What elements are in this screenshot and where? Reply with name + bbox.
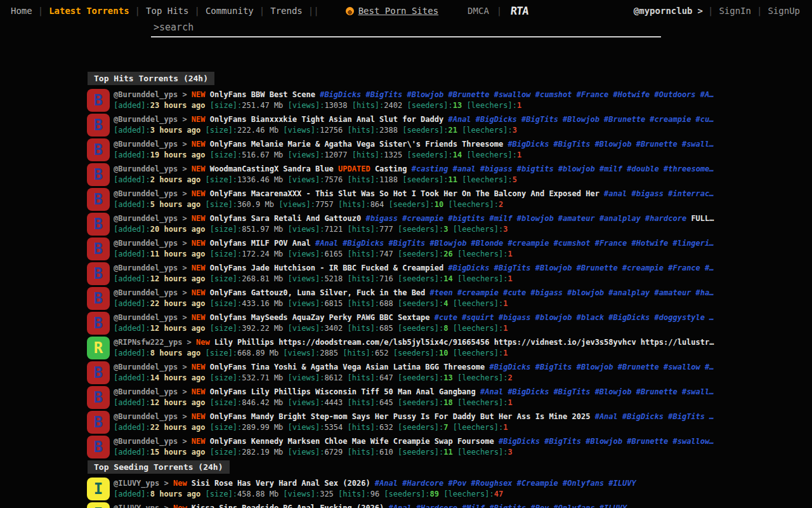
torrent-title[interactable]: OnlyFans Lily Phillips Wisconsin Tiff 50…: [210, 387, 476, 396]
username-link[interactable]: @Burunddel_yps: [114, 363, 178, 371]
torrent-row[interactable]: B@Burunddel_yps > NEW OnlyFans MacarenaX…: [87, 188, 812, 211]
hashtag-links[interactable]: #BigDicks #BigTits #Blowjob #Brunette #c…: [448, 264, 714, 272]
account-menu[interactable]: @mypornclub: [634, 6, 693, 16]
stat-value-seeders: 3: [443, 225, 448, 234]
torrent-title[interactable]: OnlyFans Melanie Marie & Agatha Vega Sis…: [210, 140, 503, 149]
nav-item-community[interactable]: Community: [200, 6, 259, 16]
search-input[interactable]: [151, 20, 661, 37]
torrent-title[interactable]: Sisi Rose Has Very Hard Anal Sex (2026): [192, 479, 370, 488]
stat-value-leechers: 1: [503, 299, 508, 308]
username-link[interactable]: @Burunddel_yps: [114, 90, 178, 99]
username-link[interactable]: @ILUVY_yps: [114, 479, 159, 488]
torrent-title[interactable]: OnlyFans BBW Best Scene: [210, 90, 315, 99]
nav-item-top-hits[interactable]: Top Hits: [140, 6, 194, 16]
username-link[interactable]: @Burunddel_yps: [114, 387, 178, 396]
hashtag-links[interactable]: #teen #creampie #cute #bigass #blowjob #…: [430, 288, 714, 297]
user-avatar[interactable]: B: [87, 436, 110, 458]
torrent-title[interactable]: WoodmanCastingX Sandra Blue: [210, 164, 334, 173]
torrent-title[interactable]: OnlyFans Jade Hutchison - IR BBC Fucked …: [210, 264, 443, 272]
torrent-title[interactable]: OnlyFans Gattouz0, Luna Silver, Fuck in …: [210, 288, 426, 297]
user-avatar[interactable]: I: [87, 478, 110, 500]
hashtag-links[interactable]: #Anal #BigDicks #BigTits #Blowjob #Brune…: [480, 387, 714, 396]
username-link[interactable]: @ILUVY_yps: [114, 504, 159, 508]
torrent-row[interactable]: B@Burunddel_yps > NEW OnlyFans Bianxxxki…: [87, 114, 812, 137]
hashtag-links[interactable]: #Anal #BigDicks #BigTits #Blowjob #Brune…: [448, 115, 714, 124]
user-avatar[interactable]: B: [87, 262, 110, 285]
user-avatar[interactable]: B: [87, 213, 110, 236]
user-avatar[interactable]: B: [87, 237, 110, 260]
user-avatar[interactable]: B: [87, 287, 110, 310]
torrent-title[interactable]: OnlyFans Kennedy Marksen Chloe Mae Wife …: [210, 437, 494, 446]
user-avatar[interactable]: B: [87, 188, 110, 211]
hashtag-links[interactable]: #BigDicks #BigTits #Blowjob #Brunette #s…: [320, 90, 714, 99]
torrent-title[interactable]: Casting: [375, 164, 407, 173]
username-link[interactable]: @Burunddel_yps: [114, 115, 178, 124]
stat-value-hits: 777: [379, 225, 393, 234]
torrent-row[interactable]: B@Burunddel_yps > NEW Onlyfans MILF POV …: [87, 237, 812, 260]
torrent-row[interactable]: R@RIPNsfw222_yps > New Lily Phillips htt…: [87, 337, 812, 359]
nav-item-latest-torrents[interactable]: Latest Torrents: [43, 6, 134, 16]
torrent-row[interactable]: B@Burunddel_yps > NEW OnlyFans Lily Phil…: [87, 386, 812, 409]
torrent-row[interactable]: B@Burunddel_yps > NEW OnlyFans Mandy Bri…: [87, 411, 812, 434]
signin-link[interactable]: SignIn: [713, 6, 757, 16]
torrent-title[interactable]: Onlyfans MaySeeds AquaZay Perky PAWG BBC…: [210, 313, 430, 322]
torrent-title[interactable]: OnlyFans Bianxxxkie Tight Asian Anal Slu…: [210, 115, 443, 124]
username-link[interactable]: @Burunddel_yps: [114, 189, 178, 198]
user-avatar[interactable]: B: [87, 138, 110, 161]
torrent-title[interactable]: Lily Phillips https://doodstream.com/e/l…: [214, 338, 714, 347]
hashtag-links[interactable]: #casting #anal #bigass #bigtits #blowjob…: [412, 164, 714, 173]
username-link[interactable]: @Burunddel_yps: [114, 214, 178, 223]
hashtag-links[interactable]: #Anal #Hardcore #Milf #Bigtits #Pov #Onl…: [389, 504, 627, 508]
torrent-row[interactable]: I@ILUVY_yps > New Sisi Rose Has Very Har…: [87, 478, 812, 500]
user-avatar[interactable]: B: [87, 386, 110, 409]
hashtag-links[interactable]: #cute #squirt #bigass #blowjob #black #B…: [435, 313, 714, 322]
username-link[interactable]: @Burunddel_yps: [114, 437, 178, 446]
username-link[interactable]: @Burunddel_yps: [114, 313, 178, 322]
torrent-row[interactable]: I@ILUVY_yps > New Kissa Sins Roadside BG…: [87, 502, 812, 508]
hashtag-links[interactable]: #Anal #BigDicks #BigTits …: [595, 412, 714, 421]
torrent-title[interactable]: OnlyFans Mandy Bright Step-mom Says Her …: [210, 412, 591, 421]
torrent-title[interactable]: Kissa Sins Roadside BG Anal Fucking (202…: [192, 504, 384, 508]
user-avatar[interactable]: I: [87, 502, 110, 508]
hashtag-links[interactable]: #Anal #Hardcore #Pov #Roughsex #Creampie…: [375, 479, 636, 488]
torrent-title[interactable]: Onlyfans MILF POV Anal: [210, 239, 311, 248]
best-porn-sites-link[interactable]: Best Porn Sites: [358, 6, 438, 16]
user-avatar[interactable]: B: [87, 361, 110, 384]
nav-item-trends[interactable]: Trends: [265, 6, 308, 16]
dmca-link[interactable]: DMCA: [468, 6, 489, 16]
hashtag-links[interactable]: #BigDicks #BigTits #Blowjob #Brunette #s…: [499, 437, 714, 446]
username-link[interactable]: @Burunddel_yps: [114, 288, 178, 297]
user-avatar[interactable]: R: [87, 337, 110, 359]
torrent-row[interactable]: B@Burunddel_yps > NEW OnlyFans Gattouz0,…: [87, 287, 812, 310]
torrent-title[interactable]: Onlyfans Sara Retali And Gattouz0: [210, 214, 361, 223]
torrent-row[interactable]: B@Burunddel_yps > NEW OnlyFans Jade Hutc…: [87, 262, 812, 285]
signup-link[interactable]: SignUp: [762, 6, 806, 16]
user-avatar[interactable]: B: [87, 312, 110, 335]
username-link[interactable]: @Burunddel_yps: [114, 412, 178, 421]
torrent-title[interactable]: OnlyFans Tina Yoshi & Agatha Vega Asian …: [210, 363, 485, 371]
hashtag-links[interactable]: #Anal #BigDicks #BigTits #Blowjob #Blond…: [315, 239, 714, 248]
username-link[interactable]: @Burunddel_yps: [114, 140, 178, 149]
user-avatar[interactable]: B: [87, 89, 110, 112]
hashtag-links[interactable]: #anal #bigass #interrac…: [604, 189, 714, 198]
user-avatar[interactable]: B: [87, 114, 110, 137]
torrent-row[interactable]: B@Burunddel_yps > NEW Onlyfans Sara Reta…: [87, 213, 812, 236]
hashtag-links[interactable]: #bigass #creampie #bigtits #milf #blowjo…: [365, 214, 686, 223]
stat-value-size: 846.42 Mb: [242, 398, 283, 407]
torrent-row[interactable]: B@Burunddel_yps > NEW OnlyFans Kennedy M…: [87, 436, 812, 458]
user-avatar[interactable]: B: [87, 163, 110, 186]
torrent-row[interactable]: B@Burunddel_yps > NEW Onlyfans MaySeeds …: [87, 312, 812, 335]
hashtag-links[interactable]: #BigDicks #BigTits #Blowjob #Brunette #s…: [508, 140, 714, 149]
torrent-row[interactable]: B@Burunddel_yps > NEW OnlyFans BBW Best …: [87, 89, 812, 112]
username-link[interactable]: @Burunddel_yps: [114, 164, 178, 173]
username-link[interactable]: @Burunddel_yps: [114, 239, 178, 248]
torrent-row[interactable]: B@Burunddel_yps > NEW OnlyFans Melanie M…: [87, 138, 812, 161]
username-link[interactable]: @Burunddel_yps: [114, 264, 178, 272]
nav-item-home[interactable]: Home: [5, 6, 38, 16]
torrent-row[interactable]: B@Burunddel_yps > NEW WoodmanCastingX Sa…: [87, 163, 812, 186]
hashtag-links[interactable]: #BigDicks #BigTits #Blowjob #Brunette #s…: [489, 363, 714, 371]
username-link[interactable]: @RIPNsfw222_yps: [114, 338, 182, 347]
torrent-title[interactable]: OnlyFans MacarenaXXX - This Slut Was So …: [210, 189, 599, 198]
user-avatar[interactable]: B: [87, 411, 110, 434]
torrent-row[interactable]: B@Burunddel_yps > NEW OnlyFans Tina Yosh…: [87, 361, 812, 384]
